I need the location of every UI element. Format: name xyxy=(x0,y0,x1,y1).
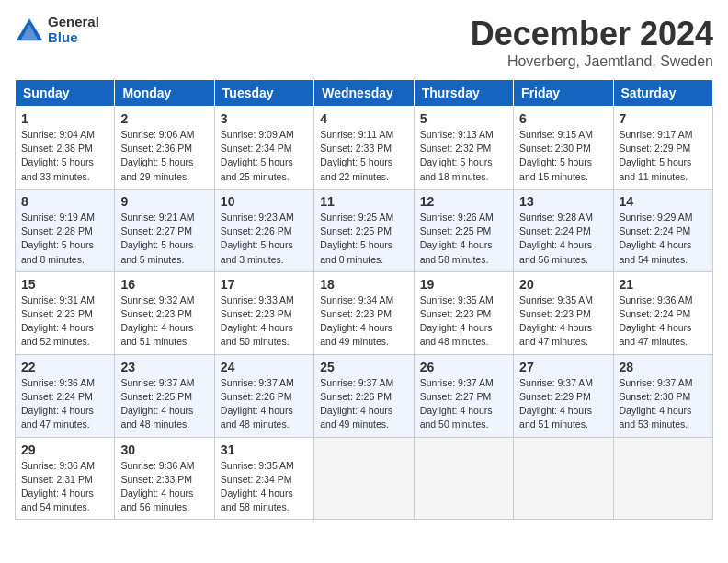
day-info: Sunrise: 9:29 AM Sunset: 2:24 PM Dayligh… xyxy=(620,211,707,267)
location-title: Hoverberg, Jaemtland, Sweden xyxy=(471,53,713,70)
day-cell: 25Sunrise: 9:37 AM Sunset: 2:26 PM Dayli… xyxy=(314,354,414,437)
weekday-header-sunday: Sunday xyxy=(16,80,115,107)
day-info: Sunrise: 9:36 AM Sunset: 2:33 PM Dayligh… xyxy=(120,459,208,515)
day-info: Sunrise: 9:25 AM Sunset: 2:25 PM Dayligh… xyxy=(320,211,407,267)
day-cell: 2Sunrise: 9:06 AM Sunset: 2:36 PM Daylig… xyxy=(115,107,214,190)
day-info: Sunrise: 9:11 AM Sunset: 2:33 PM Dayligh… xyxy=(320,128,407,184)
day-number: 27 xyxy=(519,360,607,374)
day-info: Sunrise: 9:26 AM Sunset: 2:25 PM Dayligh… xyxy=(420,211,507,267)
day-cell: 17Sunrise: 9:33 AM Sunset: 2:23 PM Dayli… xyxy=(214,271,313,354)
day-info: Sunrise: 9:36 AM Sunset: 2:24 PM Dayligh… xyxy=(620,293,707,350)
day-number: 30 xyxy=(120,442,208,457)
week-row-3: 15Sunrise: 9:31 AM Sunset: 2:23 PM Dayli… xyxy=(16,271,713,354)
day-number: 1 xyxy=(21,111,108,126)
day-info: Sunrise: 9:36 AM Sunset: 2:24 PM Dayligh… xyxy=(21,376,108,432)
day-cell: 6Sunrise: 9:15 AM Sunset: 2:30 PM Daylig… xyxy=(514,107,613,190)
day-cell: 28Sunrise: 9:37 AM Sunset: 2:30 PM Dayli… xyxy=(613,354,712,437)
day-cell: 24Sunrise: 9:37 AM Sunset: 2:26 PM Dayli… xyxy=(214,354,313,437)
day-info: Sunrise: 9:04 AM Sunset: 2:38 PM Dayligh… xyxy=(21,128,108,184)
day-cell: 23Sunrise: 9:37 AM Sunset: 2:25 PM Dayli… xyxy=(115,354,214,437)
day-cell: 27Sunrise: 9:37 AM Sunset: 2:29 PM Dayli… xyxy=(514,354,613,437)
day-cell: 29Sunrise: 9:36 AM Sunset: 2:31 PM Dayli… xyxy=(16,437,115,520)
day-cell: 5Sunrise: 9:13 AM Sunset: 2:32 PM Daylig… xyxy=(414,107,513,190)
title-area: December 2024 Hoverberg, Jaemtland, Swed… xyxy=(471,15,713,70)
day-cell: 10Sunrise: 9:23 AM Sunset: 2:26 PM Dayli… xyxy=(214,189,313,271)
day-number: 16 xyxy=(120,277,208,292)
day-number: 29 xyxy=(21,442,108,457)
day-info: Sunrise: 9:19 AM Sunset: 2:28 PM Dayligh… xyxy=(21,211,108,267)
day-cell: 12Sunrise: 9:26 AM Sunset: 2:25 PM Dayli… xyxy=(414,189,513,271)
day-cell xyxy=(613,437,712,520)
page-header: General Blue December 2024 Hoverberg, Ja… xyxy=(15,15,713,70)
day-info: Sunrise: 9:23 AM Sunset: 2:26 PM Dayligh… xyxy=(221,211,308,267)
day-cell: 19Sunrise: 9:35 AM Sunset: 2:23 PM Dayli… xyxy=(414,271,513,354)
day-info: Sunrise: 9:37 AM Sunset: 2:30 PM Dayligh… xyxy=(620,376,707,432)
day-number: 19 xyxy=(420,277,507,292)
day-cell: 15Sunrise: 9:31 AM Sunset: 2:23 PM Dayli… xyxy=(16,271,115,354)
day-info: Sunrise: 9:37 AM Sunset: 2:29 PM Dayligh… xyxy=(519,376,607,432)
weekday-header-wednesday: Wednesday xyxy=(314,80,414,107)
week-row-5: 29Sunrise: 9:36 AM Sunset: 2:31 PM Dayli… xyxy=(16,437,713,520)
day-info: Sunrise: 9:37 AM Sunset: 2:27 PM Dayligh… xyxy=(420,376,507,432)
day-info: Sunrise: 9:37 AM Sunset: 2:25 PM Dayligh… xyxy=(120,376,208,432)
day-cell: 20Sunrise: 9:35 AM Sunset: 2:23 PM Dayli… xyxy=(514,271,613,354)
day-info: Sunrise: 9:33 AM Sunset: 2:23 PM Dayligh… xyxy=(221,293,308,350)
day-info: Sunrise: 9:28 AM Sunset: 2:24 PM Dayligh… xyxy=(519,211,607,267)
day-cell: 8Sunrise: 9:19 AM Sunset: 2:28 PM Daylig… xyxy=(16,189,115,271)
day-cell: 11Sunrise: 9:25 AM Sunset: 2:25 PM Dayli… xyxy=(314,189,414,271)
weekday-header-friday: Friday xyxy=(514,80,613,107)
day-info: Sunrise: 9:09 AM Sunset: 2:34 PM Dayligh… xyxy=(221,128,308,184)
day-info: Sunrise: 9:15 AM Sunset: 2:30 PM Dayligh… xyxy=(519,128,607,184)
day-info: Sunrise: 9:34 AM Sunset: 2:23 PM Dayligh… xyxy=(320,293,407,350)
day-info: Sunrise: 9:35 AM Sunset: 2:23 PM Dayligh… xyxy=(420,293,507,350)
day-cell: 21Sunrise: 9:36 AM Sunset: 2:24 PM Dayli… xyxy=(613,271,712,354)
day-cell: 31Sunrise: 9:35 AM Sunset: 2:34 PM Dayli… xyxy=(214,437,313,520)
day-info: Sunrise: 9:21 AM Sunset: 2:27 PM Dayligh… xyxy=(120,211,208,267)
day-number: 23 xyxy=(120,360,208,374)
day-cell: 9Sunrise: 9:21 AM Sunset: 2:27 PM Daylig… xyxy=(115,189,214,271)
day-number: 12 xyxy=(420,194,507,209)
day-info: Sunrise: 9:35 AM Sunset: 2:23 PM Dayligh… xyxy=(519,293,607,350)
day-number: 2 xyxy=(120,111,208,126)
day-info: Sunrise: 9:31 AM Sunset: 2:23 PM Dayligh… xyxy=(21,293,108,350)
day-number: 20 xyxy=(519,277,607,292)
month-title: December 2024 xyxy=(471,15,713,53)
day-number: 3 xyxy=(221,111,308,126)
day-number: 8 xyxy=(21,194,108,209)
week-row-4: 22Sunrise: 9:36 AM Sunset: 2:24 PM Dayli… xyxy=(16,354,713,437)
day-number: 5 xyxy=(420,111,507,126)
day-number: 17 xyxy=(221,277,308,292)
day-number: 24 xyxy=(221,360,308,374)
day-cell: 14Sunrise: 9:29 AM Sunset: 2:24 PM Dayli… xyxy=(613,189,712,271)
day-number: 15 xyxy=(21,277,108,292)
day-number: 25 xyxy=(320,360,407,374)
day-info: Sunrise: 9:17 AM Sunset: 2:29 PM Dayligh… xyxy=(620,128,707,184)
day-cell: 18Sunrise: 9:34 AM Sunset: 2:23 PM Dayli… xyxy=(314,271,414,354)
week-row-2: 8Sunrise: 9:19 AM Sunset: 2:28 PM Daylig… xyxy=(16,189,713,271)
day-number: 4 xyxy=(320,111,407,126)
day-cell: 1Sunrise: 9:04 AM Sunset: 2:38 PM Daylig… xyxy=(16,107,115,190)
day-cell: 4Sunrise: 9:11 AM Sunset: 2:33 PM Daylig… xyxy=(314,107,414,190)
day-cell xyxy=(414,437,513,520)
day-cell: 13Sunrise: 9:28 AM Sunset: 2:24 PM Dayli… xyxy=(514,189,613,271)
day-number: 31 xyxy=(221,442,308,457)
day-cell: 26Sunrise: 9:37 AM Sunset: 2:27 PM Dayli… xyxy=(414,354,513,437)
day-number: 18 xyxy=(320,277,407,292)
weekday-header-tuesday: Tuesday xyxy=(214,80,313,107)
day-number: 10 xyxy=(221,194,308,209)
day-number: 14 xyxy=(620,194,707,209)
day-number: 28 xyxy=(620,360,707,374)
day-info: Sunrise: 9:06 AM Sunset: 2:36 PM Dayligh… xyxy=(120,128,208,184)
weekday-header-row: SundayMondayTuesdayWednesdayThursdayFrid… xyxy=(16,80,713,107)
day-number: 7 xyxy=(620,111,707,126)
day-info: Sunrise: 9:36 AM Sunset: 2:31 PM Dayligh… xyxy=(21,459,108,515)
day-number: 6 xyxy=(519,111,607,126)
day-info: Sunrise: 9:32 AM Sunset: 2:23 PM Dayligh… xyxy=(120,293,208,350)
day-number: 11 xyxy=(320,194,407,209)
day-cell xyxy=(314,437,414,520)
weekday-header-monday: Monday xyxy=(115,80,214,107)
day-number: 22 xyxy=(21,360,108,374)
day-info: Sunrise: 9:13 AM Sunset: 2:32 PM Dayligh… xyxy=(420,128,507,184)
weekday-header-saturday: Saturday xyxy=(613,80,712,107)
day-cell: 3Sunrise: 9:09 AM Sunset: 2:34 PM Daylig… xyxy=(214,107,313,190)
